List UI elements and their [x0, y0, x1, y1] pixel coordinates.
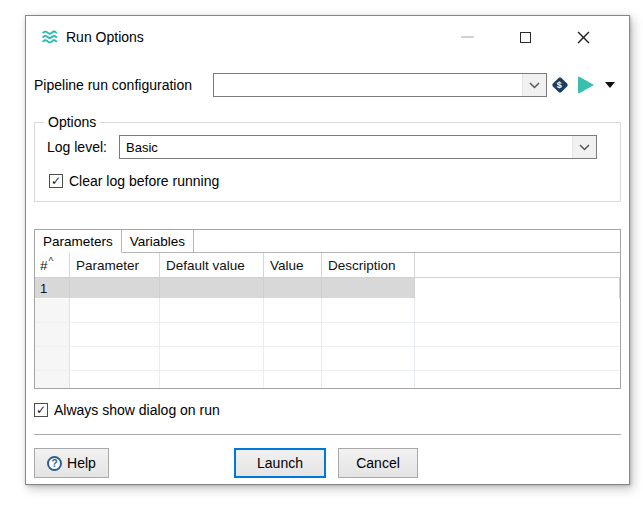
table-row-empty[interactable]: [35, 347, 620, 371]
clear-log-checkbox[interactable]: ✓: [49, 174, 63, 188]
tab-variables[interactable]: Variables: [122, 230, 194, 253]
description-cell[interactable]: [322, 299, 415, 323]
default-value-cell[interactable]: [160, 347, 264, 371]
button-bar-separator: [34, 434, 621, 435]
column-header-filler: [415, 253, 620, 278]
log-level-row: Log level: Basic: [47, 135, 608, 159]
row-filler: [415, 278, 620, 299]
column-header-num[interactable]: #^: [35, 253, 70, 278]
chevron-down-icon: [579, 144, 590, 151]
launch-button[interactable]: Launch: [234, 448, 326, 478]
variable-glyph: $: [557, 80, 562, 89]
log-level-dropdown-button[interactable]: [572, 136, 596, 158]
parameter-cell[interactable]: [70, 278, 160, 299]
minimize-icon: [461, 36, 474, 38]
window-controls: [419, 27, 629, 47]
description-cell[interactable]: [322, 278, 415, 299]
row-number-cell[interactable]: 1: [35, 278, 70, 299]
maximize-button[interactable]: [515, 27, 535, 47]
row-number-cell[interactable]: [35, 347, 70, 371]
cancel-button-label: Cancel: [356, 455, 400, 471]
pipeline-config-combo[interactable]: [213, 73, 547, 97]
row-number-cell[interactable]: [35, 371, 70, 389]
parameter-cell[interactable]: [70, 371, 160, 389]
chevron-down-icon: [529, 82, 540, 89]
table-row-empty[interactable]: [35, 323, 620, 347]
row-filler: [415, 347, 620, 371]
column-header-description[interactable]: Description: [322, 253, 415, 278]
pipeline-config-dropdown-button[interactable]: [522, 74, 546, 96]
parameter-cell[interactable]: [70, 323, 160, 347]
table-row-empty[interactable]: [35, 299, 620, 323]
value-cell[interactable]: [264, 371, 322, 389]
launch-button-label: Launch: [257, 455, 303, 471]
table-row-empty[interactable]: [35, 371, 620, 389]
default-value-cell[interactable]: [160, 371, 264, 389]
value-cell[interactable]: [264, 323, 322, 347]
row-number-cell[interactable]: [35, 323, 70, 347]
column-header-num-label: #: [40, 258, 48, 273]
value-cell[interactable]: [264, 299, 322, 323]
sort-indicator-icon[interactable]: ^: [49, 256, 54, 267]
row-filler: [415, 299, 620, 323]
clear-log-row: ✓ Clear log before running: [49, 173, 620, 189]
button-bar: ? Help Launch Cancel: [26, 448, 629, 478]
description-cell[interactable]: [322, 371, 415, 389]
tab-parameters[interactable]: Parameters: [35, 230, 122, 253]
close-icon: [577, 31, 590, 44]
parameters-tabfolder: Parameters Variables #^ Parameter Defaul…: [34, 229, 621, 389]
help-button-label: Help: [67, 455, 96, 471]
run-configuration-icon[interactable]: [578, 76, 594, 94]
cancel-button[interactable]: Cancel: [338, 448, 418, 478]
value-cell[interactable]: [264, 278, 322, 299]
dialog-title: Run Options: [66, 29, 144, 45]
hop-waves-icon: [41, 28, 59, 46]
titlebar: Run Options: [26, 16, 629, 58]
tabstrip-filler: [194, 230, 620, 253]
log-level-value[interactable]: Basic: [120, 136, 572, 158]
pipeline-config-label: Pipeline run configuration: [34, 77, 213, 93]
parameter-cell[interactable]: [70, 347, 160, 371]
dropdown-caret-icon[interactable]: [605, 82, 615, 88]
help-button[interactable]: ? Help: [34, 448, 109, 478]
always-show-row: ✓ Always show dialog on run: [34, 402, 629, 418]
row-filler: [415, 323, 620, 347]
parameter-cell[interactable]: [70, 299, 160, 323]
close-button[interactable]: [573, 27, 593, 47]
column-header-default-value[interactable]: Default value: [160, 253, 264, 278]
default-value-cell[interactable]: [160, 299, 264, 323]
log-level-label: Log level:: [47, 139, 119, 155]
table-row-selected[interactable]: 1: [35, 278, 620, 299]
table-header: #^ Parameter Default value Value Descrip…: [35, 253, 620, 278]
run-options-dialog: Run Options Pipeline run configuration: [25, 15, 630, 485]
clear-log-label: Clear log before running: [69, 173, 219, 189]
default-value-cell[interactable]: [160, 323, 264, 347]
description-cell[interactable]: [322, 347, 415, 371]
tabstrip: Parameters Variables: [35, 230, 620, 253]
row-filler: [415, 371, 620, 389]
description-cell[interactable]: [322, 323, 415, 347]
column-header-parameter[interactable]: Parameter: [70, 253, 160, 278]
row-number-cell[interactable]: [35, 299, 70, 323]
maximize-icon: [520, 32, 531, 43]
screen: Run Options Pipeline run configuration: [0, 0, 643, 509]
value-cell[interactable]: [264, 347, 322, 371]
options-group-legend: Options: [44, 114, 100, 130]
default-value-cell[interactable]: [160, 278, 264, 299]
pipeline-config-row: Pipeline run configuration $: [34, 73, 621, 97]
help-icon: ?: [47, 456, 62, 471]
config-actions: $: [552, 76, 615, 94]
log-level-combo[interactable]: Basic: [119, 135, 597, 159]
pipeline-config-value[interactable]: [214, 74, 522, 96]
column-header-value[interactable]: Value: [264, 253, 322, 278]
options-group: Options Log level: Basic ✓ Clear log bef…: [34, 122, 621, 202]
always-show-label: Always show dialog on run: [54, 402, 220, 418]
always-show-checkbox[interactable]: ✓: [34, 403, 48, 417]
variable-icon[interactable]: $: [552, 77, 569, 94]
minimize-button[interactable]: [457, 27, 477, 47]
